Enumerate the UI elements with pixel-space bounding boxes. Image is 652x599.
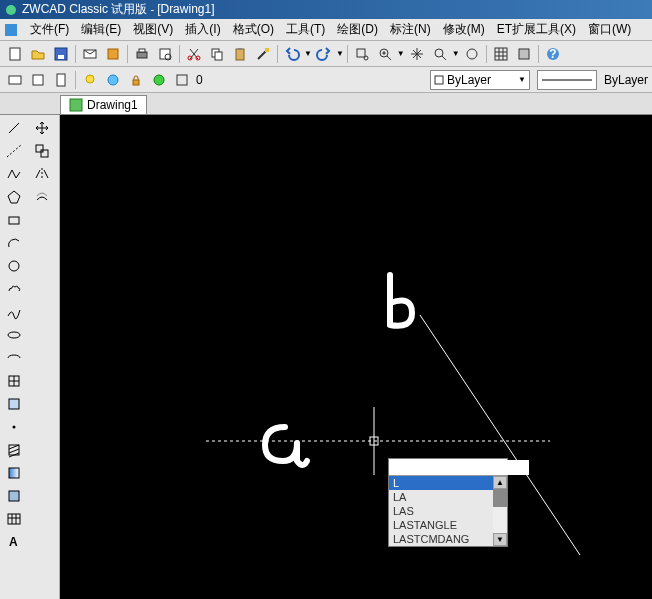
paste-icon[interactable] — [229, 43, 251, 65]
menu-et[interactable]: ET扩展工具(X) — [491, 19, 582, 40]
svg-rect-6 — [108, 49, 118, 59]
arc-tool-icon[interactable] — [3, 232, 25, 254]
menu-format[interactable]: 格式(O) — [227, 19, 280, 40]
help-icon[interactable]: ? — [542, 43, 564, 65]
autocomplete-item[interactable]: LASTCMDANG — [389, 532, 507, 546]
undo-dropdown-icon[interactable]: ▼ — [304, 49, 312, 58]
output-icon[interactable] — [102, 43, 124, 65]
region-tool-icon[interactable] — [3, 485, 25, 507]
menu-bar: 文件(F) 编辑(E) 视图(V) 插入(I) 格式(O) 工具(T) 绘图(D… — [0, 19, 652, 41]
svg-rect-41 — [9, 217, 19, 224]
freeze-icon[interactable] — [102, 69, 124, 91]
svg-point-31 — [108, 75, 118, 85]
scroll-down-icon[interactable]: ▼ — [493, 533, 507, 546]
document-tab[interactable]: Drawing1 — [60, 95, 147, 114]
separator — [127, 45, 128, 63]
scrollbar[interactable]: ▲ ▼ — [493, 476, 507, 546]
insert-block-icon[interactable] — [3, 370, 25, 392]
menu-draw[interactable]: 绘图(D) — [331, 19, 384, 40]
open-file-icon[interactable] — [27, 43, 49, 65]
construction-line-icon[interactable] — [3, 140, 25, 162]
zoom-prev-dropdown-icon[interactable]: ▼ — [452, 49, 460, 58]
match-props-icon[interactable] — [252, 43, 274, 65]
print-icon[interactable] — [131, 43, 153, 65]
print-setup-icon[interactable] — [27, 69, 49, 91]
title-bar: ZWCAD Classic 试用版 - [Drawing1] — [0, 0, 652, 19]
spline-tool-icon[interactable] — [3, 301, 25, 323]
page-setup-icon[interactable] — [50, 69, 72, 91]
bulb-on-icon[interactable] — [79, 69, 101, 91]
chevron-down-icon[interactable]: ▼ — [529, 463, 541, 472]
pan-icon[interactable] — [406, 43, 428, 65]
svg-rect-2 — [10, 48, 20, 60]
revision-cloud-icon[interactable] — [3, 278, 25, 300]
zoom-dropdown-icon[interactable]: ▼ — [397, 49, 405, 58]
line-tool-icon[interactable] — [3, 117, 25, 139]
lineweight-sample[interactable] — [537, 70, 597, 90]
print-preview-icon[interactable] — [154, 43, 176, 65]
copy-icon[interactable] — [206, 43, 228, 65]
menu-file[interactable]: 文件(F) — [24, 19, 75, 40]
table-tool-icon[interactable] — [3, 508, 25, 530]
prop-icon[interactable] — [171, 69, 193, 91]
copy-tool-icon[interactable] — [31, 140, 53, 162]
redo-dropdown-icon[interactable]: ▼ — [336, 49, 344, 58]
svg-rect-34 — [177, 75, 187, 85]
layer-states-icon[interactable] — [513, 43, 535, 65]
gradient-tool-icon[interactable] — [3, 462, 25, 484]
mail-icon[interactable] — [79, 43, 101, 65]
ellipse-arc-icon[interactable] — [3, 347, 25, 369]
lock-icon[interactable] — [125, 69, 147, 91]
menu-edit[interactable]: 编辑(E) — [75, 19, 127, 40]
layer-prev-icon[interactable] — [4, 69, 26, 91]
chevron-down-icon[interactable]: ▼ — [518, 75, 526, 84]
menu-insert[interactable]: 插入(I) — [179, 19, 226, 40]
polygon-tool-icon[interactable] — [3, 186, 25, 208]
offset-tool-icon[interactable] — [31, 186, 53, 208]
scroll-thumb[interactable] — [493, 489, 507, 507]
menu-annotate[interactable]: 标注(N) — [384, 19, 437, 40]
command-input[interactable] — [389, 460, 529, 475]
color-swatch-icon[interactable] — [148, 69, 170, 91]
menu-view[interactable]: 视图(V) — [127, 19, 179, 40]
mirror-tool-icon[interactable] — [31, 163, 53, 185]
layer-combo[interactable]: ByLayer ▼ — [430, 70, 530, 90]
svg-point-33 — [154, 75, 164, 85]
point-tool-icon[interactable] — [3, 416, 25, 438]
move-tool-icon[interactable] — [31, 117, 53, 139]
autocomplete-item[interactable]: LA — [389, 490, 507, 504]
cut-icon[interactable] — [183, 43, 205, 65]
menu-app-icon[interactable] — [2, 21, 20, 39]
autocomplete-item[interactable]: L — [389, 476, 507, 490]
menu-window[interactable]: 窗口(W) — [582, 19, 637, 40]
svg-rect-15 — [236, 49, 244, 60]
svg-rect-32 — [133, 80, 139, 85]
polyline-tool-icon[interactable] — [3, 163, 25, 185]
autocomplete-item[interactable]: LASTANGLE — [389, 518, 507, 532]
grid-icon[interactable] — [490, 43, 512, 65]
save-icon[interactable] — [50, 43, 72, 65]
drawing-canvas[interactable]: ▼ L LA LAS LASTANGLE LASTCMDANG ▲ ▼ — [60, 115, 652, 599]
redo-icon[interactable] — [313, 43, 335, 65]
wheel-icon[interactable] — [461, 43, 483, 65]
zoom-prev-icon[interactable] — [429, 43, 451, 65]
ellipse-tool-icon[interactable] — [3, 324, 25, 346]
svg-rect-16 — [238, 48, 242, 50]
menu-modify[interactable]: 修改(M) — [437, 19, 491, 40]
separator — [179, 45, 180, 63]
make-block-icon[interactable] — [3, 393, 25, 415]
zoom-realtime-icon[interactable] — [374, 43, 396, 65]
autocomplete-item[interactable]: LAS — [389, 504, 507, 518]
zoom-window-icon[interactable] — [351, 43, 373, 65]
drawing-doc-icon — [69, 98, 83, 112]
svg-marker-40 — [8, 191, 20, 203]
undo-icon[interactable] — [281, 43, 303, 65]
text-tool-icon[interactable]: A — [3, 531, 25, 553]
separator — [75, 71, 76, 89]
circle-tool-icon[interactable] — [3, 255, 25, 277]
scroll-up-icon[interactable]: ▲ — [493, 476, 507, 489]
new-file-icon[interactable] — [4, 43, 26, 65]
menu-tools[interactable]: 工具(T) — [280, 19, 331, 40]
rectangle-tool-icon[interactable] — [3, 209, 25, 231]
hatch-tool-icon[interactable] — [3, 439, 25, 461]
